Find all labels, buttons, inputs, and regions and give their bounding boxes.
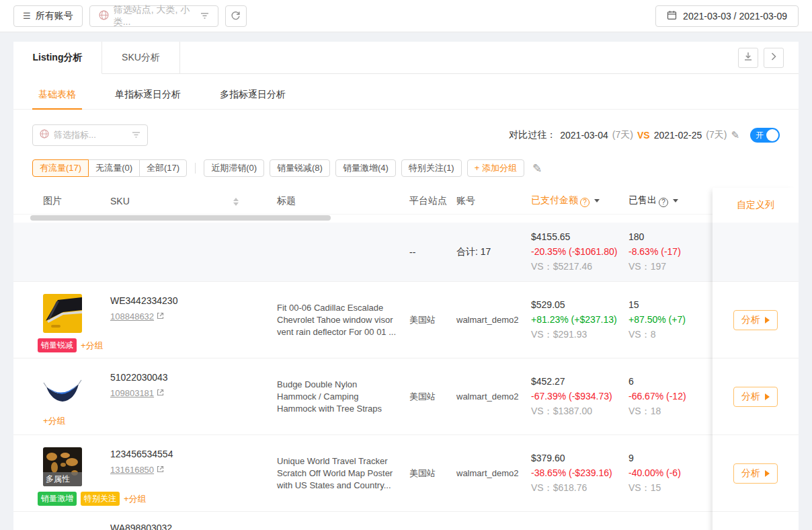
chip-sales-drop[interactable]: 销量锐减(8) [270,159,330,177]
sold-cell: 15 +87.50% (+7) VS：8 [618,282,713,358]
analyze-button[interactable]: 分析 [733,387,778,407]
platform-cell: 美国站 [399,358,446,434]
product-image-map[interactable]: 多属性 [43,447,82,486]
sort-icon[interactable] [233,198,239,206]
compare-toggle[interactable]: 开 [750,128,780,143]
action-cell: 分析 [713,282,799,358]
add-to-group-link[interactable]: +分组 [43,415,66,427]
play-icon [765,317,770,324]
scrollbar-thumb[interactable] [30,215,331,221]
sold-cell: 6 -66.67% (-12) VS：18 [618,358,713,434]
add-group-button[interactable]: + 添加分组 [467,159,524,177]
header-paid-amount[interactable]: 已支付金额? [520,194,618,207]
date-range-label: 2021-03-03 / 2021-03-09 [683,11,787,22]
title-cell: Fit 00-06 Cadillac Escalade Chevrolet Ta… [266,282,399,358]
main-card: Listing分析 SKU分析 基础表格 单指标逐日分析 [13,42,799,530]
refresh-button[interactable] [225,5,247,27]
subtab-single-metric-daily[interactable]: 单指标逐日分析 [109,83,187,109]
sku-value: 123456534554 [110,449,266,459]
compare-current-days: (7天) [612,129,633,141]
analyze-button[interactable]: 分析 [733,310,778,330]
table-header-row: 图片 SKU 标题 平台站点 账号 已支付金额? 已售出? [13,188,713,215]
summary-paid: $4155.65 -20.35% (-$1061.80) VS：$5217.46 [520,223,618,281]
item-id-link[interactable]: 108848632 [110,311,154,321]
tab-actions [180,42,799,74]
collapse-panel-button[interactable] [764,48,784,68]
header-sku[interactable]: SKU [99,196,266,206]
edit-groups-icon[interactable]: ✎ [532,161,542,176]
product-cell: 多属性 销量激增 特别关注 +分组 [32,435,99,511]
all-accounts-button[interactable]: ☰ 所有账号 [13,5,83,27]
question-icon[interactable]: ? [580,198,590,207]
tab-sku-analysis[interactable]: SKU分析 [102,42,180,74]
sku-cell: 123456534554 131616850 [99,435,266,511]
analyze-button[interactable]: 分析 [733,463,778,484]
date-range-button[interactable]: 2021-03-03 / 2021-03-09 [655,5,799,27]
sku-value: WA898803032 [110,523,266,530]
chip-special-watch[interactable]: 特别关注(1) [401,159,462,177]
site-filter-placeholder: 筛选站点, 大类, 小类... [114,4,196,28]
subtab-basic-table[interactable]: 基础表格 [32,83,82,109]
product-cell: 销量锐减 +分组 [32,282,99,358]
compare-toggle-label: 开 [756,130,764,140]
sku-cell: WA898803032 [99,512,266,530]
chip-all[interactable]: 全部(17) [139,159,187,177]
chip-divider [195,163,196,174]
external-link-icon[interactable] [157,387,164,399]
metric-filter-placeholder: 筛选指标... [54,129,127,141]
paid-cell: $529.05 +81.23% (+$237.13) VS：$291.93 [520,282,618,358]
tab-listing-analysis[interactable]: Listing分析 [13,42,102,74]
sku-cell: 51022030043 109803181 [99,358,266,434]
summary-platform: -- [399,223,446,281]
tag-sales-drop: 销量锐减 [38,338,77,352]
compare-past-days: (7天) [706,129,727,141]
caret-down-icon [673,199,678,202]
compare-past-control: 对比过往： 2021-03-04 (7天) VS 2021-02-25 (7天)… [509,128,780,143]
item-id-link[interactable]: 131616850 [110,465,154,475]
account-cell: walmart_demo2 [446,282,520,358]
compare-past-date: 2021-02-25 [654,130,702,141]
filter-row: 筛选指标... 对比过往： 2021-03-04 (7天) VS 2021-02… [32,124,780,146]
account-cell: walmart_demo2 [446,358,520,434]
download-button[interactable] [738,48,758,68]
external-link-icon[interactable] [157,463,164,476]
chip-sales-surge[interactable]: 销量激增(4) [335,159,396,177]
metric-filter-input[interactable]: 筛选指标... [32,124,148,146]
hamburger-icon: ☰ [23,11,31,21]
sold-cell: 9 -40.00% (-6) VS：15 [618,435,713,511]
summary-sold: 180 -8.63% (-17) VS：197 [618,223,713,281]
tab-strip: Listing分析 SKU分析 [13,42,799,74]
chip-has-traffic[interactable]: 有流量(17) [32,159,89,177]
compare-current-date: 2021-03-04 [560,130,608,141]
tag-sales-surge: 销量激增 [38,492,77,506]
platform-cell: 美国站 [399,282,446,358]
table-fixed-column: 自定义列 分析 分析 分析 [713,188,799,530]
header-sold[interactable]: 已售出? [618,194,713,207]
download-icon [743,52,753,63]
table-row: WA898803032 [13,512,713,530]
platform-cell: 美国站 [399,435,446,511]
external-link-icon[interactable] [157,310,164,322]
product-image-hammock[interactable] [43,371,82,410]
product-cell: +分组 [32,358,99,434]
chip-no-traffic[interactable]: 无流量(0) [88,159,140,177]
product-image-car[interactable] [43,294,82,333]
multi-attribute-overlay: 多属性 [43,472,82,486]
table-row: +分组 51022030043 109803181 Budge Double N… [13,358,713,435]
refresh-icon [231,10,241,22]
header-custom-columns[interactable]: 自定义列 [713,188,799,223]
question-icon[interactable]: ? [659,198,668,207]
subtab-multi-metric-daily[interactable]: 多指标逐日分析 [214,83,292,109]
edit-compare-icon[interactable]: ✎ [731,129,739,141]
header-account: 账号 [446,195,520,207]
item-id-link[interactable]: 109803181 [110,388,154,398]
header-image: 图片 [32,195,99,207]
chip-recent-stagnant[interactable]: 近期滞销(0) [204,159,264,177]
site-filter-input[interactable]: 筛选站点, 大类, 小类... [89,5,218,27]
chevron-right-icon [770,52,778,63]
traffic-segment: 有流量(17) 无流量(0) 全部(17) [32,159,187,177]
action-cell: 分析 [713,435,799,512]
filter-icon [200,11,209,22]
play-icon [765,470,770,477]
listing-table: 图片 SKU 标题 平台站点 账号 已支付金额? 已售出? [13,188,799,530]
